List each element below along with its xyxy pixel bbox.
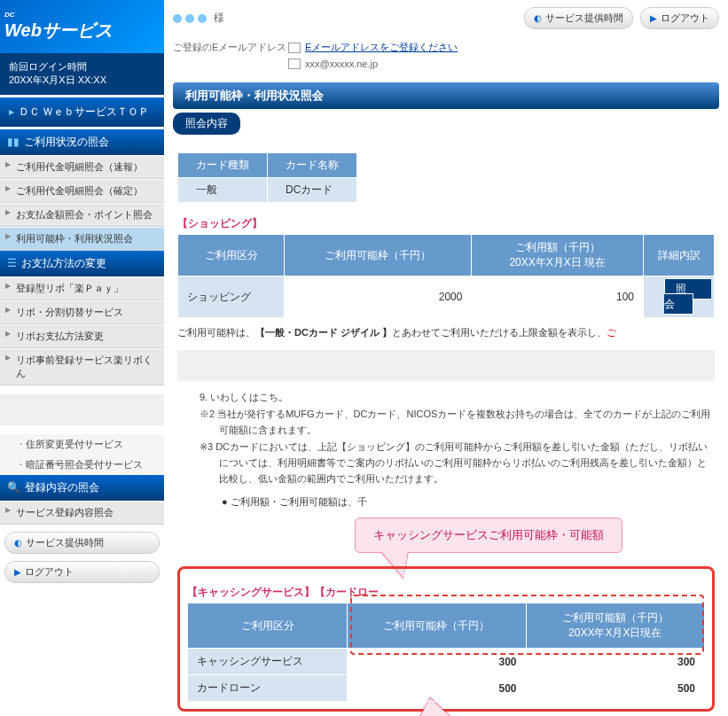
email-address: xxx@xxxxx.ne.jp	[305, 58, 378, 69]
detail-button[interactable]: 照 会	[664, 278, 711, 315]
sub-title: 照会内容	[173, 113, 240, 135]
user-name-suffix: 様	[214, 11, 224, 26]
shopping-table: ご利用区分 ご利用可能枠（千円） ご利用額（千円） 20XX年X月X日 現在 詳…	[177, 234, 715, 318]
callout-cashing: キャッシングサービスご利用可能枠・可能額	[355, 518, 622, 553]
section-registration-header: 🔍登録内容の照会	[0, 475, 164, 501]
menu-usage-detail-prelim[interactable]: ご利用代金明細照会（速報）	[0, 156, 164, 179]
menu-pin-inquiry[interactable]: ・暗証番号照会受付サービス	[0, 455, 164, 475]
email-icon	[288, 58, 301, 69]
truncated-section	[0, 394, 164, 425]
logout-button-side[interactable]: ▶ログアウト	[4, 561, 160, 583]
section-payment-header: ☰お支払方法の変更	[0, 251, 164, 276]
dashed-highlight	[350, 595, 704, 655]
page-title: 利用可能枠・利用状況照会	[173, 82, 719, 109]
service-time-button-side[interactable]: ◐サービス提供時間	[4, 532, 160, 554]
menu-rakupay[interactable]: 登録型リボ「楽Ｐａｙ」	[0, 277, 164, 300]
menu-address-change[interactable]: ・住所変更受付サービス	[0, 434, 164, 455]
service-time-button-top[interactable]: ◐サービス提供時間	[524, 7, 633, 29]
menu-revo-switch[interactable]: リボ・分割切替サービス	[0, 301, 164, 324]
card-info-table: カード種類カード名称 一般DCカード	[177, 152, 357, 203]
register-email-link[interactable]: Eメールアドレスをご登録ください	[305, 41, 458, 54]
notes-section: 9. いわしくはこち。 ※2 当社が発行するMUFGカード、DCカード、NICO…	[177, 390, 715, 487]
user-dots-icon	[173, 14, 207, 23]
menu-service-registration[interactable]: サービス登録内容照会	[0, 502, 164, 525]
bullet-note: ● ご利用額・ご利用可能額は、千	[177, 495, 715, 509]
description-text: ご利用可能枠は、【一般・DCカード ジザイル 】とあわせてご利用いただける上限金…	[177, 325, 715, 341]
section-usage-header: ▮▮ご利用状況の照会	[0, 129, 164, 155]
login-time: 前回ログイン時間 20XX年X月X日 XX:XX	[0, 53, 164, 95]
logo: DCWebサービス	[0, 0, 164, 53]
menu-credit-limit[interactable]: 利用可能枠・利用状況照会	[0, 228, 164, 251]
menu-payment-points[interactable]: お支払金額照会・ポイント照会	[0, 204, 164, 227]
menu-revo-prereg[interactable]: リボ事前登録サービス楽リボくん	[0, 349, 164, 385]
logout-button-top[interactable]: ▶ログアウト	[640, 7, 719, 29]
note-link[interactable]: こち	[259, 392, 278, 402]
top-button[interactable]: ＤＣ ＷｅｂサービスＴＯＰ	[0, 97, 164, 127]
menu-usage-detail-final[interactable]: ご利用代金明細照会（確定）	[0, 180, 164, 203]
menu-revo-change[interactable]: リボお支払方法変更	[0, 325, 164, 348]
email-icon	[288, 43, 301, 53]
truncated-content	[177, 350, 715, 381]
shopping-label: 【ショッピング】	[177, 216, 715, 231]
email-label: ご登録のEメールアドレス	[173, 41, 288, 54]
